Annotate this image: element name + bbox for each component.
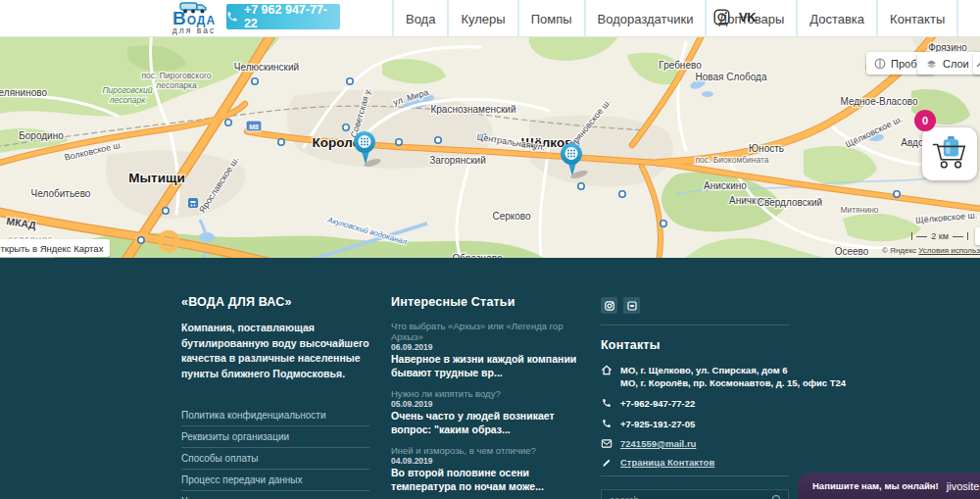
cart-icon — [929, 134, 970, 174]
traffic-icon — [874, 58, 886, 70]
footer: «ВОДА ДЛЯ ВАС» Компания, поставляющая бу… — [0, 258, 980, 499]
divider — [601, 324, 789, 325]
phone-icon — [601, 397, 612, 408]
article-item: Нужно ли кипятить воду? 05.09.2019 Очень… — [391, 388, 579, 436]
svg-text:Загорянский: Загорянский — [429, 155, 486, 166]
contacts-page-link[interactable]: Страница Контактов — [620, 457, 714, 468]
nav-item-pompy[interactable]: Помпы — [517, 0, 584, 37]
svg-text:Анискино: Анискино — [704, 180, 747, 191]
article-date: 04.09.2019 — [391, 456, 579, 467]
layers-icon — [925, 58, 938, 70]
instagram-icon[interactable] — [601, 297, 617, 314]
article-excerpt: Наверное в жизни каждой компании бывают … — [391, 353, 579, 379]
contacts-title: Контакты — [601, 338, 789, 352]
svg-text:Серково: Серково — [492, 211, 531, 222]
scale-label: 2 км — [931, 231, 949, 241]
article-excerpt: Во второй половине осени температура по … — [391, 467, 579, 493]
footer-articles-column: Интересные Статьи Что выбрать «Архыз» ил… — [391, 295, 579, 499]
contacts-page-row: Страница Контактов — [601, 457, 789, 468]
vk-icon[interactable] — [623, 297, 640, 314]
svg-text:Новая Слобода: Новая Слобода — [696, 72, 767, 82]
article-date: 06.09.2019 — [391, 342, 579, 353]
footer-link-payment[interactable]: Способы оплаты — [181, 448, 369, 470]
logo-title: ВОДА — [163, 14, 225, 25]
cart-badge[interactable]: 0 — [914, 110, 936, 131]
svg-text:пос. Пироговского: пос. Пироговского — [141, 71, 211, 80]
footer-about-column: «ВОДА ДЛЯ ВАС» Компания, поставляющая бу… — [181, 295, 369, 499]
article-item: Иней и изморозь, в чем отличие? 04.09.20… — [391, 445, 579, 493]
footer-link-privacy[interactable]: Политика конфиденциальности — [181, 405, 369, 426]
home-icon — [601, 364, 612, 375]
svg-text:пос. Биокомбината: пос. Биокомбината — [695, 155, 768, 165]
nav-item-vodorazdatchiki[interactable]: Водораздатчики — [584, 0, 706, 37]
header: ВОДА для вас +7 962 947-77-22 Вода Кулер… — [0, 0, 980, 37]
phone-button[interactable]: +7 962 947-77-22 — [226, 4, 340, 29]
chat-brand: jivosite — [947, 480, 980, 492]
address-row: МО, г. Щелково, ул. Спирская, дом 6 МО, … — [601, 364, 789, 389]
email-link[interactable]: 7241559@mail.ru — [620, 438, 696, 449]
vk-icon[interactable]: VK — [739, 10, 756, 25]
yandex-map[interactable]: М8 Мытищи Королёв Щёлково Фрязино Беляни… — [0, 37, 980, 258]
svg-text:Медное-Власово: Медное-Власово — [840, 96, 918, 107]
yandex-copyright: © Яндекс — [882, 246, 916, 255]
svg-text:Осеево: Осеево — [835, 246, 869, 257]
search-icon[interactable] — [771, 494, 783, 499]
email-row: 7241559@mail.ru — [601, 438, 789, 449]
road-shield-label: М8 — [249, 124, 259, 130]
svg-text:Челюскинский: Челюскинский — [234, 62, 299, 73]
svg-text:лесопарк: лесопарк — [109, 95, 147, 105]
phone-row: +7-962-947-77-22 — [601, 397, 789, 410]
phone-2: +7-925-191-27-05 — [620, 418, 695, 430]
nav-item-dostavka[interactable]: Доставка — [796, 0, 876, 37]
open-in-yandex-label: Открыть в Яндекс Картах — [0, 243, 103, 254]
cart-count: 0 — [922, 115, 928, 126]
layers-label: Слои — [943, 58, 969, 70]
envelope-icon — [601, 438, 612, 448]
phone-number: +7 962 947-77-22 — [244, 3, 340, 30]
svg-text:Бородино: Бородино — [19, 130, 64, 141]
chat-widget[interactable]: Напишите нам, мы онлайн! jivosite — [798, 473, 980, 499]
footer-link-data-transfer[interactable]: Процесс передачи данных — [181, 470, 369, 491]
map-scale: 2 км — [911, 231, 968, 241]
phone-row: +7-925-191-27-05 — [601, 418, 789, 430]
footer-link-requisites[interactable]: Реквизиты организации — [181, 426, 369, 448]
open-in-yandex-button[interactable]: Открыть в Яндекс Картах — [0, 239, 110, 257]
svg-text:Челобитьево: Челобитьево — [31, 188, 91, 199]
instagram-icon[interactable] — [713, 9, 730, 25]
article-link[interactable]: Нужно ли кипятить воду? — [391, 388, 579, 399]
nav-item-kontakty[interactable]: Контакты — [876, 0, 956, 37]
article-excerpt: Очень часто у людей возникает вопрос: "к… — [391, 410, 579, 436]
address-line-2: МО, г. Королёв, пр. Космонавтов, д. 15, … — [620, 376, 846, 389]
divider — [601, 475, 789, 476]
footer-company-description: Компания, поставляющая бутилированную во… — [181, 321, 369, 381]
ruler-button[interactable] — [973, 52, 980, 75]
pencil-icon — [601, 457, 612, 468]
article-item: Что выбрать «Архыз» или «Легенда гор Арх… — [391, 321, 579, 379]
footer-links: Политика конфиденциальности Реквизиты ор… — [181, 405, 369, 499]
terms-link[interactable]: Условия использован — [918, 246, 980, 255]
nav-item-kulery[interactable]: Кулеры — [447, 0, 516, 37]
phone-icon — [601, 418, 612, 428]
footer-search — [601, 489, 789, 499]
svg-text:Мытищи: Мытищи — [128, 171, 184, 185]
footer-link-returns[interactable]: Условия возврата — [181, 491, 369, 499]
svg-text:Свердловский: Свердловский — [758, 197, 822, 208]
cart-widget[interactable] — [922, 127, 977, 180]
svg-text:Гребнево: Гребнево — [659, 60, 702, 71]
svg-text:Юность: Юность — [749, 143, 784, 154]
map-canvas: М8 Мытищи Королёв Щёлково Фрязино Беляни… — [0, 37, 980, 258]
svg-text:Беляниново: Беляниново — [0, 87, 47, 98]
chat-message: Напишите нам, мы онлайн! — [812, 480, 939, 491]
svg-text:Пироговский: Пироговский — [102, 85, 152, 95]
svg-text:лесопарка: лесопарка — [156, 80, 197, 90]
nav-item-voda[interactable]: Вода — [392, 0, 447, 37]
logo[interactable]: ВОДА для вас — [163, 1, 225, 35]
phone-1: +7-962-947-77-22 — [620, 397, 695, 410]
article-link[interactable]: Что выбрать «Архыз» или «Легенда гор Арх… — [391, 321, 579, 342]
layers-button[interactable]: Слои — [917, 52, 980, 75]
map-edge-button[interactable] — [975, 227, 980, 245]
articles-title: Интересные Статьи — [391, 295, 579, 309]
article-link[interactable]: Иней и изморозь, в чем отличие? — [391, 445, 579, 456]
search-input[interactable] — [601, 489, 789, 499]
map-copyright: © Яндекс Условия использован — [882, 246, 980, 255]
